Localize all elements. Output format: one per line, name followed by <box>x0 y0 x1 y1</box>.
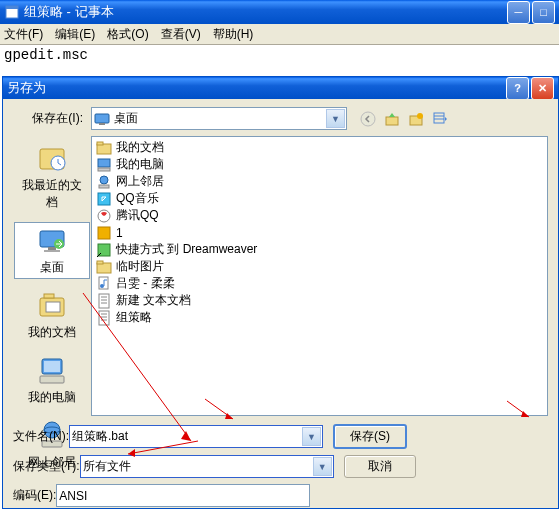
recent-icon <box>36 143 68 175</box>
menu-edit[interactable]: 编辑(E) <box>55 26 95 43</box>
svg-rect-18 <box>44 294 54 298</box>
svg-rect-3 <box>99 123 105 125</box>
help-button[interactable]: ? <box>506 77 529 100</box>
sidebar-item-documents[interactable]: 我的文档 <box>14 287 90 344</box>
list-item[interactable]: 腾讯QQ <box>94 207 545 224</box>
svg-point-4 <box>361 112 375 126</box>
list-item[interactable]: 我的文档 <box>94 139 545 156</box>
save-as-dialog: 另存为 ? ✕ 保存在(I): 桌面 ▼ <box>2 76 559 509</box>
notepad-icon <box>4 4 20 20</box>
menu-format[interactable]: 格式(O) <box>107 26 148 43</box>
sidebar-item-computer[interactable]: 我的电脑 <box>14 352 90 409</box>
encoding-combo[interactable]: ANSI <box>56 484 310 507</box>
svg-rect-21 <box>44 361 60 372</box>
menu-view[interactable]: 查看(V) <box>161 26 201 43</box>
places-bar: 我最近的文档 桌面 我的文档 我的电脑 网上邻居 <box>13 136 91 416</box>
list-item[interactable]: 我的电脑 <box>94 156 545 173</box>
svg-rect-8 <box>434 113 444 123</box>
filename-input[interactable]: 组策略.bat ▼ <box>69 425 323 448</box>
dialog-title: 另存为 <box>7 79 504 97</box>
svg-rect-5 <box>386 117 398 125</box>
list-item[interactable]: 新建 文本文档 <box>94 292 545 309</box>
save-in-label: 保存在(I): <box>13 110 83 127</box>
list-item[interactable]: 临时图片 <box>94 258 545 275</box>
chevron-down-icon[interactable]: ▼ <box>302 427 321 446</box>
svg-rect-1 <box>6 6 18 9</box>
shortcut-icon <box>96 191 112 207</box>
documents-icon <box>36 290 68 322</box>
svg-rect-15 <box>44 250 60 252</box>
text-icon <box>96 310 112 326</box>
sidebar-item-recent[interactable]: 我最近的文档 <box>14 140 90 214</box>
encoding-value: ANSI <box>59 489 87 503</box>
notepad-title: 组策略 - 记事本 <box>24 3 505 21</box>
list-item[interactable]: 吕雯 - 柔柔 <box>94 275 545 292</box>
up-icon[interactable] <box>383 110 401 128</box>
svg-rect-22 <box>40 376 64 383</box>
text-icon <box>96 293 112 309</box>
svg-rect-27 <box>97 142 103 145</box>
computer-icon <box>96 157 112 173</box>
notepad-menubar: 文件(F) 编辑(E) 格式(O) 查看(V) 帮助(H) <box>0 24 559 45</box>
svg-point-39 <box>100 284 104 288</box>
svg-rect-34 <box>98 227 110 239</box>
svg-rect-40 <box>99 294 109 308</box>
folder-icon <box>96 259 112 275</box>
notepad-titlebar: 组策略 - 记事本 ─ □ <box>0 0 559 24</box>
shortcut-icon <box>96 242 112 258</box>
save-in-combo[interactable]: 桌面 ▼ <box>91 107 347 130</box>
maximize-button[interactable]: □ <box>532 1 555 24</box>
close-button[interactable]: ✕ <box>531 77 554 100</box>
list-item[interactable]: 网上邻居 <box>94 173 545 190</box>
sidebar-item-label: 我最近的文档 <box>17 177 87 211</box>
svg-point-7 <box>417 113 423 119</box>
minimize-button[interactable]: ─ <box>507 1 530 24</box>
sidebar-item-desktop[interactable]: 桌面 <box>14 222 90 279</box>
chevron-down-icon[interactable]: ▼ <box>326 109 345 128</box>
svg-rect-19 <box>46 302 60 312</box>
network-icon <box>96 174 112 190</box>
menu-file[interactable]: 文件(F) <box>4 26 43 43</box>
filename-label: 文件名(N): <box>13 428 69 445</box>
file-list[interactable]: 我的文档 我的电脑 网上邻居 QQ音乐 腾讯QQ 1 快捷方式 到 Dreamw… <box>91 136 548 416</box>
list-item[interactable]: QQ音乐 <box>94 190 545 207</box>
list-item[interactable]: 快捷方式 到 Dreamweaver <box>94 241 545 258</box>
list-item[interactable]: 1 <box>94 224 545 241</box>
svg-rect-37 <box>97 261 103 264</box>
svg-rect-14 <box>48 247 56 250</box>
encoding-label: 编码(E): <box>13 487 56 504</box>
filetype-combo[interactable]: 所有文件 ▼ <box>80 455 334 478</box>
svg-rect-44 <box>99 311 109 325</box>
computer-icon <box>36 355 68 387</box>
save-in-value: 桌面 <box>114 110 138 127</box>
cancel-button[interactable]: 取消 <box>344 455 416 478</box>
shortcut-icon <box>96 225 112 241</box>
svg-rect-2 <box>95 114 109 123</box>
folder-icon <box>96 140 112 156</box>
save-button[interactable]: 保存(S) <box>333 424 407 449</box>
menu-help[interactable]: 帮助(H) <box>213 26 254 43</box>
desktop-icon <box>36 225 68 257</box>
desktop-icon <box>94 111 110 127</box>
svg-rect-31 <box>99 185 109 188</box>
chevron-down-icon[interactable]: ▼ <box>313 457 332 476</box>
svg-rect-28 <box>98 159 110 167</box>
audio-icon <box>96 276 112 292</box>
sidebar-item-label: 我的电脑 <box>17 389 87 406</box>
sidebar-item-label: 我的文档 <box>17 324 87 341</box>
filename-value: 组策略.bat <box>72 428 128 445</box>
new-folder-icon[interactable] <box>407 110 425 128</box>
svg-rect-29 <box>98 168 110 171</box>
shortcut-icon <box>96 208 112 224</box>
svg-point-30 <box>100 176 108 184</box>
filetype-label: 保存类型(T): <box>13 458 80 475</box>
sidebar-item-label: 桌面 <box>17 259 87 276</box>
filetype-value: 所有文件 <box>83 458 131 475</box>
notepad-content[interactable]: gpedit.msc <box>0 45 559 77</box>
back-icon[interactable] <box>359 110 377 128</box>
list-item[interactable]: 组策略 <box>94 309 545 326</box>
views-icon[interactable] <box>431 110 449 128</box>
dialog-titlebar: 另存为 ? ✕ <box>3 77 558 99</box>
